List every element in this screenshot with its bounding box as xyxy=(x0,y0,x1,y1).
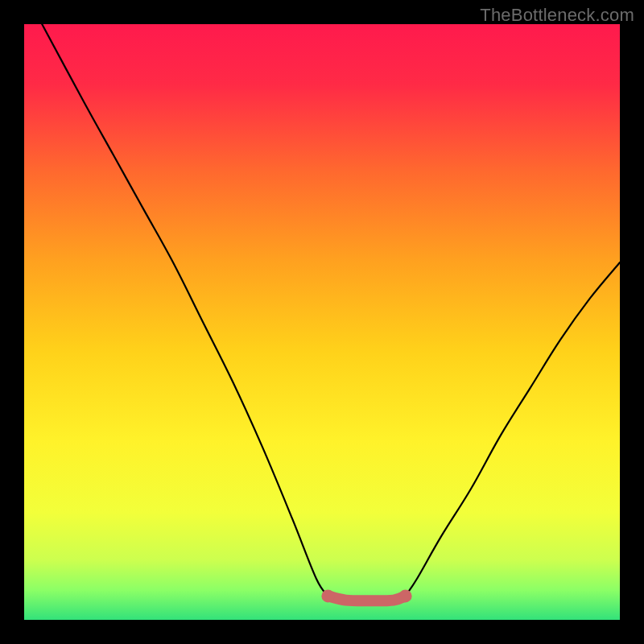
valley-endpoint xyxy=(399,589,412,602)
series-valley-flat xyxy=(328,596,405,601)
watermark-text: TheBottleneck.com xyxy=(480,5,634,26)
chart-frame: TheBottleneck.com xyxy=(0,0,644,644)
valley-endpoint xyxy=(321,589,334,602)
chart-svg xyxy=(24,24,620,620)
gradient-background xyxy=(24,24,620,620)
plot-area xyxy=(24,24,620,620)
